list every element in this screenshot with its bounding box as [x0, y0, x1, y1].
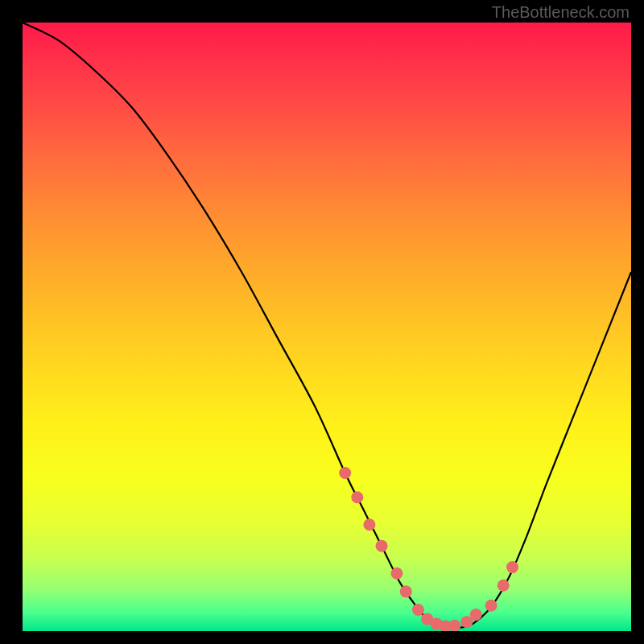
marker-points-group: [339, 467, 518, 631]
marker-point: [485, 600, 497, 612]
marker-point: [351, 491, 363, 503]
marker-point: [448, 620, 460, 631]
bottleneck-curve-line: [23, 23, 631, 628]
marker-point: [376, 540, 388, 552]
chart-svg: [23, 23, 631, 631]
watermark-text: TheBottleneck.com: [492, 3, 630, 22]
marker-point: [412, 604, 424, 616]
chart-plot-area: [23, 23, 631, 631]
marker-point: [390, 568, 402, 580]
marker-point: [470, 609, 482, 621]
marker-point: [363, 518, 375, 530]
marker-point: [497, 580, 510, 592]
marker-point: [339, 467, 351, 479]
marker-point: [400, 585, 412, 597]
marker-point: [506, 561, 518, 573]
